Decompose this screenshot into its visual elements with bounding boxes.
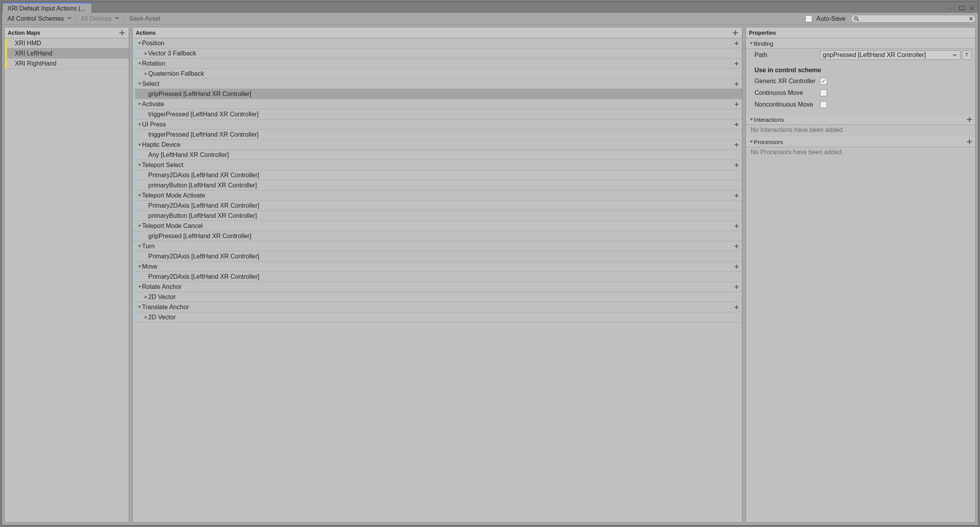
scheme-checkbox[interactable] <box>820 89 827 96</box>
foldout-icon[interactable] <box>137 304 142 310</box>
foldout-icon[interactable] <box>137 284 142 290</box>
asset-tab[interactable]: XRI Default Input Actions (... <box>3 3 91 13</box>
item-label: gripPressed [LeftHand XR Controller] <box>148 91 251 98</box>
devices-dropdown[interactable]: All Devices <box>78 14 124 23</box>
action-item[interactable]: Position <box>133 38 742 48</box>
binding-item[interactable]: Any [LeftHand XR Controller] <box>133 150 742 160</box>
add-binding-button[interactable] <box>733 264 740 270</box>
svg-marker-43 <box>138 245 141 247</box>
action-item[interactable]: Turn <box>133 241 742 251</box>
processors-section-header[interactable]: Processors <box>746 137 975 147</box>
add-interaction-button[interactable] <box>966 116 973 123</box>
binding-section-header[interactable]: Binding <box>746 38 975 49</box>
foldout-icon[interactable] <box>137 40 142 46</box>
svg-marker-58 <box>750 118 753 121</box>
binding-item[interactable]: triggerPressed [LeftHand XR Controller] <box>133 109 742 119</box>
chevron-down-icon <box>748 116 754 123</box>
color-stripe <box>5 48 7 58</box>
foldout-icon[interactable] <box>143 50 148 57</box>
add-binding-button[interactable] <box>733 81 740 87</box>
foldout-icon[interactable] <box>137 121 142 128</box>
action-item[interactable]: Move <box>133 262 742 272</box>
add-processor-button[interactable] <box>966 138 973 145</box>
svg-rect-3 <box>959 6 964 10</box>
action-item[interactable]: Select <box>133 79 742 89</box>
action-item[interactable]: Teleport Select <box>133 160 742 170</box>
add-binding-button[interactable] <box>733 304 740 310</box>
add-binding-button[interactable] <box>733 142 740 148</box>
item-label: UI Press <box>142 121 166 128</box>
foldout-icon[interactable] <box>137 81 142 87</box>
listen-button[interactable]: T <box>962 50 971 60</box>
foldout-icon[interactable] <box>137 142 142 148</box>
add-binding-button[interactable] <box>733 121 740 128</box>
binding-item[interactable]: Primary2DAxis [LeftHand XR Controller] <box>133 201 742 211</box>
window-menu-icon[interactable] <box>948 5 955 13</box>
add-binding-button[interactable] <box>733 61 740 67</box>
maximize-icon[interactable] <box>959 5 965 13</box>
foldout-icon[interactable] <box>137 192 142 199</box>
path-dropdown[interactable]: gripPressed [LeftHand XR Controller] <box>820 50 960 60</box>
item-label: Primary2DAxis [LeftHand XR Controller] <box>148 273 259 280</box>
scheme-label: Generic XR Controller <box>750 78 820 85</box>
binding-item[interactable]: triggerPressed [LeftHand XR Controller] <box>133 130 742 140</box>
action-map-item[interactable]: XRI HMD <box>5 38 129 48</box>
binding-item[interactable]: Primary2DAxis [LeftHand XR Controller] <box>133 170 742 180</box>
scheme-checkbox[interactable] <box>820 101 827 108</box>
add-binding-button[interactable] <box>733 40 740 46</box>
autosave-checkbox[interactable] <box>805 15 812 22</box>
binding-item[interactable]: Quaternion Fallback <box>133 69 742 79</box>
add-binding-button[interactable] <box>733 243 740 249</box>
action-item[interactable]: Translate Anchor <box>133 302 742 312</box>
action-item[interactable]: Activate <box>133 99 742 109</box>
add-binding-button[interactable] <box>733 162 740 168</box>
action-item[interactable]: UI Press <box>133 119 742 130</box>
binding-item[interactable]: Primary2DAxis [LeftHand XR Controller] <box>133 272 742 282</box>
add-action-button[interactable] <box>732 29 739 36</box>
foldout-icon[interactable] <box>137 162 142 168</box>
close-icon[interactable] <box>969 5 975 13</box>
binding-item[interactable]: primaryButton [LeftHand XR Controller] <box>133 211 742 221</box>
action-map-item[interactable]: XRI RightHand <box>5 59 129 69</box>
save-asset-button[interactable]: Save Asset <box>125 14 164 23</box>
action-item[interactable]: Rotation <box>133 59 742 69</box>
add-binding-button[interactable] <box>733 101 740 107</box>
foldout-icon[interactable] <box>137 223 142 229</box>
svg-marker-34 <box>138 164 141 166</box>
clear-search-icon[interactable] <box>968 16 974 23</box>
foldout-icon[interactable] <box>137 243 142 249</box>
add-binding-button[interactable] <box>733 223 740 229</box>
color-stripe <box>133 160 135 170</box>
binding-item[interactable]: gripPressed [LeftHand XR Controller] <box>133 231 742 241</box>
foldout-icon[interactable] <box>137 61 142 67</box>
binding-item[interactable]: 2D Vector <box>133 312 742 322</box>
scheme-checkbox[interactable] <box>820 78 827 85</box>
svg-marker-14 <box>138 42 141 45</box>
add-binding-button[interactable] <box>733 192 740 199</box>
binding-item[interactable]: Vector 3 Fallback <box>133 48 742 59</box>
add-action-map-button[interactable] <box>119 29 126 36</box>
chevron-down-icon <box>748 40 754 46</box>
item-label: Position <box>142 40 164 47</box>
binding-item[interactable]: gripPressed [LeftHand XR Controller] <box>133 89 742 99</box>
action-map-item[interactable]: XRI LeftHand <box>5 48 129 59</box>
control-schemes-dropdown[interactable]: All Control Schemes <box>4 14 76 23</box>
action-item[interactable]: Rotate Anchor <box>133 282 742 292</box>
color-stripe <box>133 302 135 312</box>
foldout-icon[interactable] <box>143 294 148 300</box>
foldout-icon[interactable] <box>137 264 142 270</box>
action-item[interactable]: Teleport Mode Activate <box>133 191 742 201</box>
svg-marker-21 <box>145 72 147 75</box>
foldout-icon[interactable] <box>137 101 142 107</box>
foldout-icon[interactable] <box>143 71 148 77</box>
foldout-icon[interactable] <box>143 314 148 320</box>
action-item[interactable]: Haptic Device <box>133 140 742 150</box>
search-input[interactable] <box>851 15 976 23</box>
item-label: Teleport Mode Activate <box>142 192 205 199</box>
binding-item[interactable]: primaryButton [LeftHand XR Controller] <box>133 180 742 191</box>
add-binding-button[interactable] <box>733 284 740 290</box>
binding-item[interactable]: 2D Vector <box>133 292 742 302</box>
action-item[interactable]: Teleport Mode Cancel <box>133 221 742 231</box>
binding-item[interactable]: Primary2DAxis [LeftHand XR Controller] <box>133 251 742 262</box>
interactions-section-header[interactable]: Interactions <box>746 114 975 125</box>
